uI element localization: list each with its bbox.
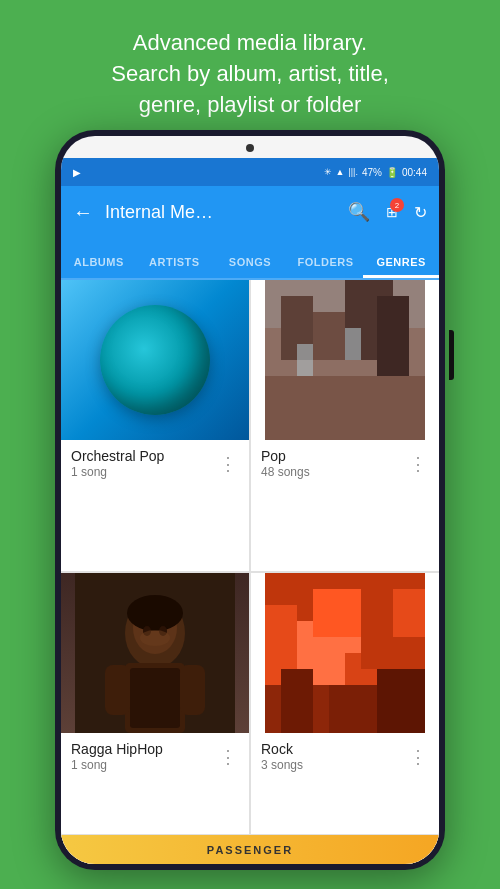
- svg-rect-14: [130, 668, 180, 728]
- rock-count: 3 songs: [261, 758, 303, 772]
- tab-artists[interactable]: ARTISTS: [137, 256, 213, 278]
- back-button[interactable]: ←: [73, 201, 93, 224]
- orchestral-name: Orchestral Pop: [71, 448, 164, 464]
- genre-thumb-pop: [251, 280, 439, 440]
- svg-rect-15: [105, 665, 130, 715]
- svg-rect-8: [345, 328, 361, 360]
- rock-art: [251, 573, 439, 733]
- queue-button[interactable]: ⊞ 2: [386, 204, 398, 220]
- ragga-art: [61, 573, 249, 733]
- tagline: Advanced media library. Search by album,…: [0, 0, 500, 140]
- ragga-count: 1 song: [71, 758, 163, 772]
- svg-rect-16: [180, 665, 205, 715]
- orchestral-more-button[interactable]: ⋮: [215, 449, 241, 479]
- genre-info-ragga: Ragga HipHop 1 song ⋮: [61, 733, 249, 780]
- time-text: 00:44: [402, 167, 427, 178]
- pop-art: [251, 280, 439, 440]
- genre-text-orchestral: Orchestral Pop 1 song: [71, 448, 164, 479]
- volume-button: [449, 330, 454, 380]
- signal-icon: |||.: [348, 167, 358, 177]
- genre-info-rock: Rock 3 songs ⋮: [251, 733, 439, 780]
- genre-card-rock[interactable]: Rock 3 songs ⋮: [251, 573, 439, 864]
- genre-info-orchestral: Orchestral Pop 1 song ⋮: [61, 440, 249, 487]
- ragga-more-button[interactable]: ⋮: [215, 742, 241, 772]
- genre-grid: Orchestral Pop 1 song ⋮: [61, 280, 439, 864]
- genre-thumb-rock: [251, 573, 439, 733]
- queue-badge: 2: [390, 198, 404, 212]
- svg-rect-3: [313, 312, 345, 360]
- svg-point-12: [127, 595, 183, 631]
- genre-text-rock: Rock 3 songs: [261, 741, 303, 772]
- genre-card-ragga[interactable]: Ragga HipHop 1 song ⋮: [61, 573, 249, 864]
- svg-point-19: [140, 630, 170, 646]
- svg-rect-27: [377, 669, 425, 733]
- tab-albums[interactable]: ALBUMS: [61, 256, 137, 278]
- status-left: ▶: [73, 167, 81, 178]
- orchestral-art: [61, 280, 249, 440]
- sync-button[interactable]: ↻: [414, 203, 427, 222]
- rock-name: Rock: [261, 741, 303, 757]
- genre-text-ragga: Ragga HipHop 1 song: [71, 741, 163, 772]
- phone-screen: ▶ ✳ ▲ |||. 47% 🔋 00:44 ← Internal Me… 🔍 …: [61, 136, 439, 864]
- genre-card-orchestral[interactable]: Orchestral Pop 1 song ⋮: [61, 280, 249, 571]
- pop-more-button[interactable]: ⋮: [405, 449, 431, 479]
- bottom-partial-card[interactable]: PASSENGER: [61, 834, 439, 864]
- svg-rect-26: [329, 685, 377, 733]
- passenger-label: PASSENGER: [61, 835, 439, 864]
- pop-name: Pop: [261, 448, 310, 464]
- wifi-icon: ▲: [336, 167, 345, 177]
- genre-thumb-ragga: [61, 573, 249, 733]
- genre-card-pop[interactable]: Pop 48 songs ⋮: [251, 280, 439, 571]
- status-right: ✳ ▲ |||. 47% 🔋 00:44: [324, 167, 427, 178]
- action-bar-icons: 🔍 ⊞ 2 ↻: [348, 201, 427, 223]
- svg-rect-28: [265, 605, 297, 653]
- pop-count: 48 songs: [261, 465, 310, 479]
- action-bar: ← Internal Me… 🔍 ⊞ 2 ↻: [61, 186, 439, 238]
- tab-bar: ALBUMS ARTISTS SONGS FOLDERS GENRES: [61, 238, 439, 280]
- svg-rect-25: [281, 669, 313, 733]
- search-button[interactable]: 🔍: [348, 201, 370, 223]
- battery-icon: 🔋: [386, 167, 398, 178]
- svg-rect-6: [265, 376, 425, 440]
- genre-thumb-orchestral: [61, 280, 249, 440]
- action-bar-title: Internal Me…: [105, 202, 336, 223]
- phone-camera: [246, 144, 254, 152]
- battery-text: 47%: [362, 167, 382, 178]
- status-bar: ▶ ✳ ▲ |||. 47% 🔋 00:44: [61, 158, 439, 186]
- tab-songs[interactable]: SONGS: [212, 256, 288, 278]
- ragga-name: Ragga HipHop: [71, 741, 163, 757]
- rock-more-button[interactable]: ⋮: [405, 742, 431, 772]
- svg-rect-7: [297, 344, 313, 376]
- tab-genres[interactable]: GENRES: [363, 256, 439, 278]
- bluetooth-icon: ✳: [324, 167, 332, 177]
- tab-folders[interactable]: FOLDERS: [288, 256, 364, 278]
- phone-frame: ▶ ✳ ▲ |||. 47% 🔋 00:44 ← Internal Me… 🔍 …: [55, 130, 445, 870]
- svg-rect-29: [313, 589, 361, 637]
- svg-rect-5: [377, 296, 409, 376]
- genre-info-pop: Pop 48 songs ⋮: [251, 440, 439, 487]
- orchestral-count: 1 song: [71, 465, 164, 479]
- play-status-icon: ▶: [73, 167, 81, 178]
- genre-text-pop: Pop 48 songs: [261, 448, 310, 479]
- svg-rect-31: [393, 589, 425, 637]
